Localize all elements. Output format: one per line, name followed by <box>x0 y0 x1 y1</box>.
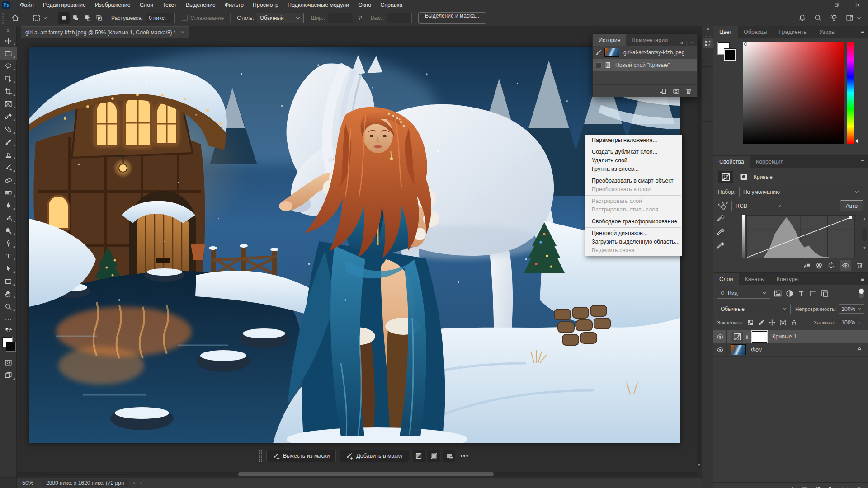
strip-grip[interactable] <box>704 34 712 37</box>
screen-mode-button[interactable] <box>0 369 17 381</box>
menu-Справка[interactable]: Справка <box>376 0 407 10</box>
white-point-eyedropper-icon[interactable] <box>717 241 725 250</box>
lock-position-icon[interactable] <box>769 319 776 326</box>
context-menu-item[interactable]: Загрузить выделенную область... <box>585 238 682 246</box>
move-tool[interactable] <box>0 34 17 47</box>
hue-slider[interactable] <box>847 42 854 144</box>
history-brush-source-icon[interactable] <box>595 49 602 56</box>
menu-Окно[interactable]: Окно <box>354 0 376 10</box>
background-color-swatch[interactable] <box>724 49 736 61</box>
disable-mask-button[interactable] <box>428 450 440 462</box>
background-layer-thumbnail[interactable] <box>731 344 746 355</box>
saturation-brightness-field[interactable] <box>743 42 844 144</box>
selection-mode-add[interactable] <box>70 12 81 24</box>
histbrush-tool[interactable] <box>0 161 17 174</box>
document-image[interactable] <box>29 47 680 443</box>
tab-patterns[interactable]: Узоры <box>813 26 841 38</box>
layer-mask-thumbnail[interactable] <box>752 331 767 343</box>
lock-artboard-icon[interactable] <box>779 319 787 326</box>
menu-Слои[interactable]: Слои <box>135 0 158 10</box>
mask-properties-button[interactable] <box>737 171 750 183</box>
mask-options-button[interactable] <box>443 450 455 462</box>
scroll-down-arrow[interactable]: ▼ <box>697 463 701 467</box>
eyedropper-tool[interactable] <box>0 110 17 123</box>
opacity-input[interactable]: 100% <box>839 304 864 314</box>
tab-layers[interactable]: Слои <box>713 273 739 285</box>
targeted-adjustment-icon[interactable] <box>718 201 728 211</box>
subtract-from-mask-button[interactable]: Вычесть из маски <box>266 450 336 462</box>
filter-toggle[interactable] <box>859 288 864 298</box>
gradient-tool[interactable] <box>0 186 17 199</box>
link-layers-icon[interactable] <box>777 486 784 488</box>
selection-mode-intersect[interactable] <box>93 12 105 24</box>
history-source-checkbox[interactable] <box>596 62 602 68</box>
shaperect-tool[interactable] <box>0 275 17 287</box>
tab-history[interactable]: История <box>593 34 626 46</box>
height-input[interactable] <box>387 13 412 23</box>
select-and-mask-button[interactable]: Выделение и маска... <box>418 12 486 24</box>
dodge-tool[interactable] <box>0 224 17 237</box>
mixer-tool[interactable] <box>0 211 17 224</box>
selection-mode-subtract[interactable] <box>81 12 93 24</box>
layers-empty-area[interactable] <box>713 357 868 482</box>
menu-Подключаемые модули[interactable]: Подключаемые модули <box>283 0 354 10</box>
new-layer-icon[interactable] <box>842 486 849 488</box>
document-tab[interactable]: girl-ai-art-fantsy-kfzh.jpeg @ 50% (Крив… <box>21 26 189 38</box>
tool-preset-button[interactable] <box>30 12 50 24</box>
new-group-icon[interactable] <box>828 486 835 488</box>
lasso-tool[interactable] <box>0 60 17 72</box>
history-panel-button[interactable] <box>703 38 713 48</box>
panel-menu-icon[interactable]: ≡ <box>861 156 864 168</box>
lock-transparency-icon[interactable] <box>747 319 754 326</box>
context-menu-item[interactable]: Удалить слой <box>585 156 682 165</box>
feather-input[interactable]: 0 пикс. <box>146 13 175 23</box>
filter-shape-layers-icon[interactable] <box>809 289 817 298</box>
blend-mode-select[interactable]: Обычные <box>717 304 791 314</box>
menu-Выделение[interactable]: Выделение <box>181 0 220 10</box>
layer-row-background[interactable]: Фон <box>713 343 868 357</box>
context-menu-item[interactable]: Группа из слоев... <box>585 165 682 174</box>
more-tools-button[interactable] <box>0 313 17 325</box>
tab-close-icon[interactable]: × <box>181 29 185 36</box>
filter-type-layers-icon[interactable]: T <box>797 289 806 298</box>
layer-style-fx-icon[interactable]: fx <box>791 486 795 488</box>
curves-settings-button[interactable] <box>718 171 733 183</box>
filter-pixel-layers-icon[interactable] <box>774 289 782 298</box>
blur-tool[interactable] <box>0 199 17 211</box>
status-chevron-left[interactable]: ‹ <box>140 479 142 486</box>
swap-dimensions-icon[interactable] <box>357 14 364 22</box>
new-snapshot-icon[interactable] <box>673 88 679 94</box>
tools-collapse-button[interactable]: » <box>0 26 16 34</box>
hue-slider-marker[interactable] <box>855 139 858 143</box>
vertical-scrollbar[interactable]: ▼ <box>697 38 701 468</box>
options-grip[interactable] <box>1 12 5 24</box>
context-menu-item[interactable]: Цветовой диапазон... <box>585 229 682 238</box>
workspace-switcher[interactable] <box>846 14 862 22</box>
quick-mask-button[interactable] <box>0 356 17 369</box>
tab-color[interactable]: Цвет <box>713 26 738 38</box>
history-snapshot-row[interactable]: girl-ai-art-fantsy-kfzh.jpeg <box>593 46 697 59</box>
restore-button[interactable] <box>826 0 847 10</box>
curves-plot[interactable] <box>746 215 855 258</box>
channel-select[interactable]: RGB <box>731 201 786 211</box>
delete-state-icon[interactable] <box>685 88 692 94</box>
context-menu-item[interactable]: Параметры наложения... <box>585 136 682 145</box>
new-adjustment-layer-icon[interactable] <box>815 486 822 488</box>
type-tool[interactable]: T <box>0 249 17 262</box>
invert-mask-button[interactable] <box>413 450 425 462</box>
eraser-tool[interactable] <box>0 174 17 186</box>
preset-select[interactable]: По умолчанию <box>739 187 863 197</box>
color-picker-marker[interactable] <box>744 42 747 46</box>
delete-layer-icon[interactable] <box>855 486 863 488</box>
filter-smart-objects-icon[interactable] <box>821 289 829 298</box>
selection-mode-new[interactable] <box>58 12 70 24</box>
width-input[interactable] <box>328 13 353 23</box>
mask-link-icon[interactable] <box>745 333 750 340</box>
curves-layer-thumbnail[interactable] <box>731 332 743 342</box>
auto-button[interactable]: Авто <box>840 200 863 211</box>
layer-row-curves[interactable]: Кривые 1 <box>713 330 868 343</box>
collapse-dock-button[interactable]: « <box>702 26 713 33</box>
discover-lightbulb-icon[interactable] <box>830 14 838 22</box>
properties-scrollbar[interactable]: ▲ ▼ <box>862 228 867 241</box>
tab-comments[interactable]: Комментарии <box>626 34 674 46</box>
